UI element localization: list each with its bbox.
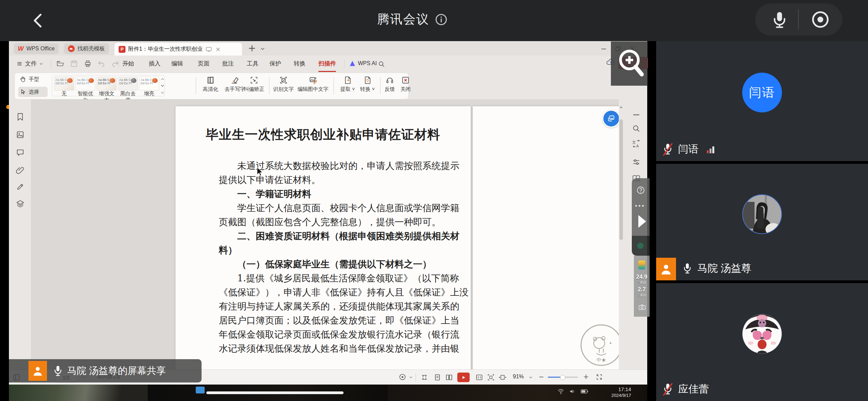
gallery-scroll[interactable] bbox=[160, 77, 165, 95]
back-icon bbox=[29, 12, 47, 29]
tab-document-active[interactable]: P 附件1：毕业生一次性求职创业 bbox=[114, 43, 242, 56]
avatar-cartoon bbox=[743, 314, 782, 353]
menu-item-page[interactable]: 页面 bbox=[198, 56, 209, 72]
mic-button[interactable] bbox=[770, 10, 789, 29]
tab-docer[interactable]: ❧ 找稻壳模板 bbox=[64, 43, 109, 54]
image-convert-badge[interactable] bbox=[602, 110, 619, 127]
menu-item-protect[interactable]: 保护 bbox=[269, 56, 281, 72]
zoom-slider-fill bbox=[548, 377, 562, 378]
tab-list-dropdown[interactable] bbox=[260, 46, 265, 51]
mouse-cursor bbox=[256, 167, 264, 177]
zoom-level[interactable]: 91% bbox=[513, 374, 524, 380]
scroll-up-icon[interactable] bbox=[619, 106, 623, 108]
actual-size-icon[interactable] bbox=[475, 373, 483, 381]
redo-icon[interactable] bbox=[111, 60, 119, 68]
zoom-in-icon[interactable] bbox=[583, 374, 589, 380]
hd-enhance-button[interactable]: 高清化 bbox=[200, 76, 221, 93]
wps-ai-button[interactable]: WPS AI bbox=[349, 60, 377, 67]
menu-item-insert[interactable]: 插入 bbox=[149, 56, 160, 72]
network-speed-widget[interactable]: 24.9 ↑ K/s 2.7 ↓ K/s bbox=[634, 256, 650, 317]
menu-item-scan-active[interactable]: 扫描件 bbox=[318, 56, 336, 72]
download-unit: ↓ K/s bbox=[634, 293, 650, 297]
extract-button[interactable]: 提取 ˅ bbox=[338, 76, 358, 93]
gallery-item-none[interactable]: Aa Bb CcDd Ee Ff 无 bbox=[54, 77, 74, 95]
deskew-button[interactable]: 纠偏矫正 bbox=[242, 76, 266, 93]
video-progress-bar[interactable] bbox=[206, 391, 343, 394]
participant-tile-3[interactable]: 应佳蕾 bbox=[656, 283, 868, 401]
thumbnail-icon[interactable] bbox=[16, 130, 25, 139]
toolbar-separator bbox=[196, 77, 196, 94]
undo-icon[interactable] bbox=[97, 60, 106, 68]
menu-separator bbox=[51, 60, 51, 68]
back-button[interactable] bbox=[29, 12, 47, 29]
minimize-icon[interactable] bbox=[600, 45, 607, 52]
gallery-item-smart[interactable]: Aa Bb CcDd Ee Ff 智能优化 bbox=[75, 77, 95, 95]
layers-icon[interactable] bbox=[16, 199, 25, 208]
extract-icon bbox=[343, 76, 352, 85]
fit-width-icon[interactable] bbox=[498, 373, 507, 381]
hand-tool[interactable]: 手型 bbox=[20, 76, 39, 83]
menu-search-button[interactable] bbox=[378, 60, 385, 68]
gallery-item-enhance[interactable]: Aa Bb CcDd Ee Ff 增强文本 bbox=[97, 77, 117, 95]
tab-wps-home[interactable]: W WPS Office bbox=[14, 43, 59, 54]
scrollbar-thumb[interactable] bbox=[619, 119, 623, 240]
help-icon[interactable] bbox=[636, 186, 645, 195]
print-icon[interactable] bbox=[84, 60, 92, 68]
participant-tile-2[interactable]: 马院 汤益尊 bbox=[656, 164, 868, 280]
close-scan-button[interactable]: 关闭 bbox=[397, 76, 414, 93]
zoom-out-icon[interactable] bbox=[538, 374, 544, 380]
feedback-button[interactable]: 反馈 bbox=[382, 76, 398, 93]
gallery-item-bw[interactable]: Aa Bb CcDd Ee Ff 黑白去底 bbox=[118, 77, 138, 95]
open-file-icon[interactable] bbox=[56, 60, 64, 68]
attachment-icon[interactable] bbox=[16, 166, 25, 175]
menu-item-comment[interactable]: 批注 bbox=[222, 56, 234, 72]
zoom-slider-knob[interactable] bbox=[560, 375, 565, 380]
mic-on-icon bbox=[682, 262, 693, 276]
zoom-slider[interactable] bbox=[548, 377, 578, 378]
bookmark-icon[interactable] bbox=[16, 112, 25, 121]
fit-page-icon[interactable] bbox=[487, 373, 495, 381]
participant-tile-1[interactable]: 闫语 闫语 bbox=[656, 41, 868, 161]
tab-label: WPS Office bbox=[26, 46, 55, 52]
menu-item-edit[interactable]: 编辑 bbox=[171, 56, 183, 72]
menu-item-home[interactable]: 开始 bbox=[122, 56, 134, 72]
screen: 腾讯会议 bbox=[0, 0, 868, 401]
file-menu[interactable]: 文件 bbox=[16, 60, 43, 68]
convert-button[interactable]: 转换 ˅ bbox=[358, 76, 377, 93]
two-page-icon[interactable] bbox=[445, 373, 453, 381]
vertical-scrollbar[interactable] bbox=[619, 99, 624, 369]
network-signal-icon bbox=[706, 144, 716, 155]
play-presentation-button[interactable] bbox=[457, 373, 470, 382]
single-page-icon[interactable] bbox=[433, 373, 442, 381]
zoom-dropdown-icon[interactable] bbox=[529, 375, 533, 379]
gallery-item-brighten[interactable]: Aa Bb CcDd Ee Ff 增亮 bbox=[139, 77, 159, 95]
find-icon[interactable] bbox=[632, 124, 641, 133]
annotate-pen-icon[interactable] bbox=[16, 182, 25, 191]
record-button[interactable] bbox=[810, 9, 831, 30]
document-area[interactable]: 毕业生一次性求职创业补贴申请佐证材料 未通过系统大数据校验比对的，申请人需按照系… bbox=[31, 99, 619, 369]
comment-icon[interactable] bbox=[16, 148, 25, 157]
document-line: 水记录须体现低保发放人姓名和当年低保发放记录，并由银 bbox=[219, 341, 433, 355]
translate-icon[interactable]: 文A bbox=[632, 139, 641, 148]
menu-item-convert[interactable]: 转换 bbox=[294, 56, 305, 72]
close-tab-icon[interactable] bbox=[215, 46, 221, 52]
view-mode-button[interactable] bbox=[398, 373, 413, 381]
share-banner-text: 马院 汤益尊的屏幕共享 bbox=[67, 364, 166, 377]
edit-image-text-button[interactable]: 编辑图中文字 bbox=[295, 76, 331, 93]
save-icon[interactable] bbox=[70, 60, 78, 68]
collapse-icon[interactable] bbox=[632, 110, 641, 119]
screenshot-camera-icon[interactable] bbox=[638, 304, 646, 311]
toolbar-separator bbox=[334, 77, 334, 94]
pill-divider bbox=[798, 10, 799, 29]
expand-panel-icon[interactable] bbox=[636, 214, 648, 229]
fullscreen-icon[interactable] bbox=[596, 374, 603, 380]
new-tab-button[interactable] bbox=[248, 44, 256, 53]
select-tool-active[interactable]: 选择 bbox=[18, 87, 48, 97]
menu-item-tools[interactable]: 工具 bbox=[247, 56, 258, 72]
more-options-icon[interactable] bbox=[635, 205, 644, 207]
settings-sliders-icon[interactable] bbox=[632, 158, 641, 167]
autoscroll-icon[interactable] bbox=[420, 373, 429, 381]
meeting-info-icon[interactable] bbox=[435, 13, 448, 26]
desktop-wallpaper-left bbox=[9, 385, 148, 401]
ocr-button[interactable]: 识别文字 bbox=[273, 76, 294, 93]
